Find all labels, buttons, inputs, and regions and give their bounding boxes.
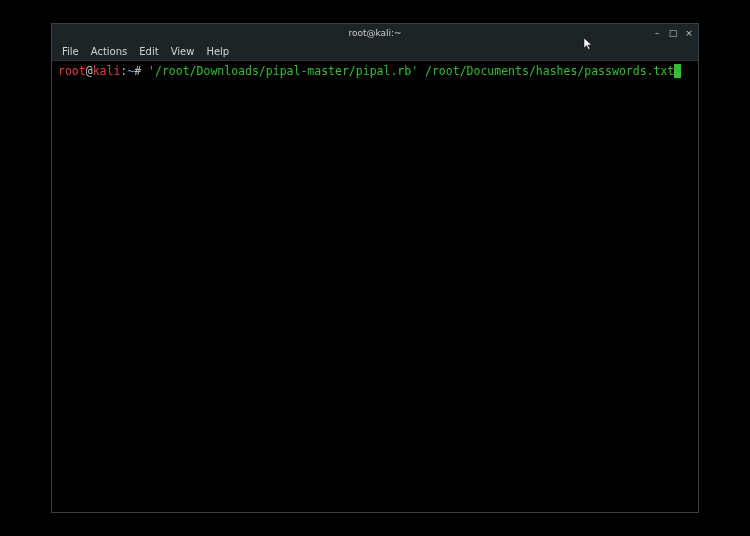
- prompt-at: @: [86, 64, 93, 78]
- menu-view[interactable]: View: [171, 46, 195, 57]
- terminal-content[interactable]: root@kali:~# '/root/Downloads/pipal-mast…: [52, 61, 698, 512]
- titlebar[interactable]: root@kali:~ – □ ×: [52, 24, 698, 42]
- maximize-button[interactable]: □: [668, 29, 678, 38]
- terminal-window: root@kali:~ – □ × File Actions Edit View…: [51, 23, 699, 513]
- command-text: '/root/Downloads/pipal-master/pipal.rb' …: [148, 64, 674, 78]
- prompt-hash: #: [134, 64, 148, 78]
- menu-actions[interactable]: Actions: [91, 46, 128, 57]
- menubar: File Actions Edit View Help: [52, 42, 698, 61]
- window-title: root@kali:~: [348, 28, 401, 38]
- minimize-button[interactable]: –: [652, 29, 662, 38]
- close-button[interactable]: ×: [684, 29, 694, 38]
- prompt-host: kali: [93, 64, 121, 78]
- menu-help[interactable]: Help: [206, 46, 229, 57]
- menu-edit[interactable]: Edit: [139, 46, 158, 57]
- cursor-icon: [674, 64, 681, 78]
- menu-file[interactable]: File: [62, 46, 79, 57]
- prompt-user: root: [58, 64, 86, 78]
- window-controls: – □ ×: [652, 24, 694, 42]
